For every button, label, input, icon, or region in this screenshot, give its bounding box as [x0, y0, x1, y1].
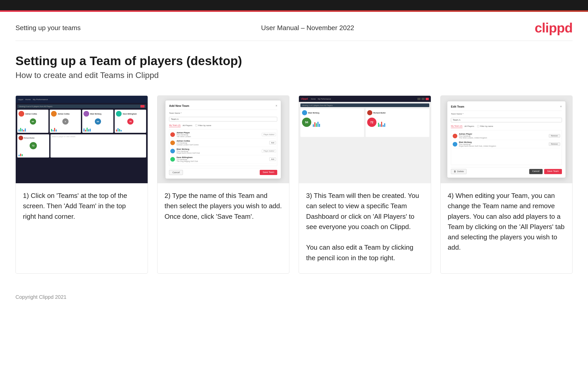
player-name: Blair McHarg	[177, 148, 260, 150]
player-info-4: Dave Billingham 3.5 HandicapThe Dog Magi…	[177, 156, 268, 162]
card-2-screenshot: Add New Team × Team Name * Team A My Tea…	[157, 96, 289, 183]
card-1: clippd Home My Performance Viewing 8 out…	[15, 95, 148, 274]
card-2: Add New Team × Team Name * Team A My Tea…	[157, 95, 290, 274]
player-avatar	[170, 157, 175, 162]
edit-team-modal-mock: Edit Team × Team Name * Team A My Team (…	[447, 101, 566, 178]
edit-player-detail-2: Plus HandicapRoyal North Devon Golf Club…	[459, 143, 547, 147]
player-card-mock-4: Dave Billingham 78	[115, 110, 146, 133]
player-card-mock-5: Richard Butler 72	[17, 134, 49, 158]
edit-player-info-2: Blair McHarg Plus HandicapRoyal North De…	[459, 141, 547, 147]
edit-cancel-button[interactable]: Cancel	[529, 169, 543, 174]
player-detail: 3.5 HandicapThe Dog Maging Golf Club	[177, 159, 268, 162]
mini-chart-5	[19, 153, 48, 156]
modal-footer: Cancel Save Team	[169, 168, 277, 175]
players-list: Adrian Player Plus HandicapThe Shire Lon…	[169, 129, 277, 166]
header: Setting up your teams User Manual – Nove…	[0, 12, 588, 41]
cancel-button[interactable]: Cancel	[169, 170, 183, 175]
edit-player-row-2: Blair McHarg Plus HandicapRoyal North De…	[453, 140, 560, 148]
edit-tab-all-players[interactable]: All Players	[464, 125, 474, 128]
edit-player-avatar-2	[453, 142, 457, 146]
player-name: Dave Billingham	[177, 156, 268, 159]
card-3-screenshot: clippd Home My Performance Viewing 2 of …	[299, 96, 431, 183]
empty-area-mock: Select a player to view details	[51, 134, 146, 158]
avatar-mock	[19, 136, 23, 140]
team-name-input[interactable]: Team A	[169, 117, 277, 121]
add-player-btn-2[interactable]: Add	[269, 158, 276, 161]
remove-player-btn-1[interactable]: Remove	[549, 134, 560, 137]
add-team-modal-mock: Add New Team × Team Name * Team A My Tea…	[165, 100, 281, 179]
edit-player-info-1: Adrian Player Plus HandicapThe Shire Lon…	[459, 133, 547, 139]
card-1-text: 1) Click on 'Teams' at the top of the sc…	[16, 183, 148, 273]
delete-button[interactable]: 🗑 Delete	[451, 169, 467, 174]
player-row-3: Blair McHarg Plus HandicapRoyal North De…	[170, 147, 276, 155]
main-content: Setting up a Team of players (desktop) H…	[0, 54, 588, 274]
player-detail: 1.5 HandicapCentral London Golf Centre	[177, 142, 268, 146]
edit-modal-tabs: My Team (2) All Players Filter by name	[451, 124, 562, 128]
filter-label: Viewing 8 out of 9 players from All Play…	[19, 106, 53, 107]
save-team-button-4[interactable]: Save Team	[544, 169, 562, 174]
filter-checkbox[interactable]	[195, 124, 197, 126]
top-bar	[0, 0, 588, 10]
card-4-text: 4) When editing your Team, you can chang…	[441, 183, 573, 273]
trash-icon: 🗑	[454, 170, 456, 173]
team-name-label: Team Name *	[169, 112, 277, 114]
avatar-mock	[83, 111, 89, 117]
avatar-mock	[302, 110, 307, 115]
team-player-2: Richard Butler 72	[366, 109, 429, 137]
header-manual-title: User Manual – November 2022	[261, 24, 354, 32]
add-player-btn[interactable]: Add	[269, 141, 276, 144]
close-icon: ×	[275, 104, 277, 108]
team-dash-nav: clippd Home My Performance	[299, 96, 431, 102]
team-player-1: Blair McHarg 94	[300, 109, 364, 137]
player-status: Player Added	[262, 149, 276, 153]
edit-player-avatar-1	[453, 134, 457, 138]
card-1-screenshot: clippd Home My Performance Viewing 8 out…	[16, 96, 148, 183]
nav-home-mock: Home	[311, 98, 316, 100]
edit-team-name-input[interactable]: Team A	[451, 118, 562, 122]
modal-tabs: My Team (2) All Players Filter by name	[169, 124, 277, 127]
page-footer: Copyright Clippd 2021	[0, 289, 588, 310]
page-title: Setting up a Team of players (desktop)	[15, 54, 573, 68]
edit-icon-mock[interactable]	[426, 98, 429, 100]
mini-chart-3	[83, 126, 112, 132]
mini-chart-2	[51, 126, 80, 132]
mini-chart-4	[116, 126, 145, 132]
mini-chart	[19, 126, 47, 132]
edit-close-icon: ×	[560, 105, 562, 108]
edit-filter-checkbox[interactable]	[477, 125, 479, 127]
nav-logo-mock: clippd	[301, 98, 308, 100]
save-team-button[interactable]: Save Team	[259, 170, 277, 175]
player-name: Adrian Player	[177, 132, 260, 134]
card-3-text: 3) This Team will then be created. You c…	[299, 183, 431, 273]
filter-by-name: Filter by name	[198, 124, 211, 127]
player-card-mock-2: Adrian Coliba 0	[50, 110, 81, 133]
card-1-mockup: clippd Home My Performance Viewing 8 out…	[16, 96, 148, 183]
remove-player-btn-2[interactable]: Remove	[549, 142, 560, 146]
player-row-4: Dave Billingham 3.5 HandicapThe Dog Magi…	[170, 155, 276, 163]
edit-tab-my-team[interactable]: My Team (2)	[451, 124, 462, 128]
player-detail: Plus HandicapThe Shire London	[177, 134, 260, 137]
icon-mock	[417, 98, 421, 100]
tab-all-players[interactable]: All Players	[183, 124, 192, 127]
nav-perf-mock: My Performance	[318, 98, 331, 100]
edit-modal-header: Edit Team ×	[451, 105, 562, 111]
edit-player-detail-1: Plus HandicapThe Shire London, United Ki…	[459, 135, 547, 139]
nav-teams: My Performance	[33, 98, 48, 101]
player-avatar	[170, 141, 175, 145]
card-4: Edit Team × Team Name * Team A My Team (…	[440, 95, 573, 274]
avatar-mock	[116, 111, 122, 117]
player-avatar	[170, 132, 175, 137]
cards-grid: clippd Home My Performance Viewing 8 out…	[15, 95, 573, 274]
player-avatar	[170, 149, 175, 153]
nav-bar-mock: clippd Home My Performance	[16, 96, 148, 103]
player-detail: Plus HandicapRoyal North Devon Golf Club	[177, 150, 260, 154]
player-card-mock-3: Blair McHarg 94	[82, 110, 113, 133]
header-logo: clippd	[535, 20, 573, 36]
page-subtitle: How to create and edit Teams in Clippd	[15, 71, 573, 80]
edit-player-name-1: Adrian Player	[459, 133, 547, 135]
tab-my-team[interactable]: My Team (2)	[169, 124, 180, 127]
edit-team-name-label: Team Name *	[451, 113, 562, 115]
add-team-btn-mock	[140, 105, 145, 108]
icon-mock-2	[422, 98, 425, 100]
card-2-text: 2) Type the name of this Team and then s…	[157, 183, 289, 273]
